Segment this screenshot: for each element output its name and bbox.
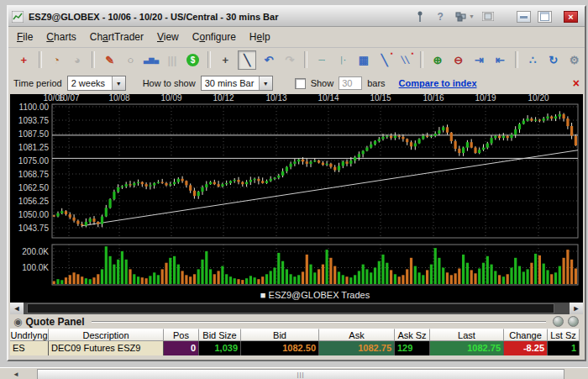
refresh-icon[interactable]: ↻ [544, 51, 562, 69]
time-period-label: Time period [13, 78, 62, 88]
parallel-lines-icon[interactable]: ╲╲▪ [396, 51, 414, 69]
indicator-panel-icon[interactable]: ▦ [354, 51, 372, 69]
bars-count-input[interactable]: 30 [339, 76, 362, 90]
trend-line-tool-icon[interactable]: ╲ [238, 50, 257, 70]
zoom-out-icon[interactable]: ⊖ [449, 51, 467, 69]
quote-cell-pos[interactable]: 0 [164, 341, 199, 355]
scroll-to-start-icon[interactable]: ⇤ [491, 51, 509, 69]
menu-view[interactable]: View [157, 31, 179, 43]
panel-window-icon[interactable] [481, 10, 495, 24]
menu-help[interactable]: Help [249, 31, 270, 43]
toolbar-separator [39, 51, 42, 68]
zoom-in-icon[interactable]: ⊕ [429, 51, 447, 69]
app-scrollbar-thumb[interactable]: ||| [37, 369, 564, 379]
quote-cell-lst-sz[interactable]: 1 [548, 341, 580, 355]
undo-icon[interactable]: ↶ [260, 51, 277, 69]
svg-text:10/08: 10/08 [108, 94, 129, 103]
redo-icon: ↷ [281, 51, 298, 69]
vertical-line-icon[interactable]: │· [334, 51, 352, 69]
menu-charts[interactable]: Charts [46, 31, 76, 43]
quote-cell-ask[interactable]: 1082.75 [319, 341, 395, 355]
dollar-icon[interactable]: $ [184, 51, 202, 69]
app-horizontal-scrollbar[interactable]: ◄ ||| [0, 367, 588, 379]
toolbar-separator [304, 51, 307, 68]
title-bar[interactable]: ESZ9@GLOBEX - 10/06 - 10/20 - US/Central… [8, 7, 585, 27]
quote-cell-last[interactable]: 1082.75 [430, 341, 504, 355]
move-chart-icon[interactable]: + [15, 51, 33, 69]
quote-panel-settings-icon[interactable] [568, 316, 579, 327]
svg-text:1087.50: 1087.50 [18, 129, 50, 139]
scroll-left-arrow-icon[interactable]: ◄ [10, 369, 22, 379]
help-icon[interactable]: ? [433, 10, 447, 24]
column-header-pos: Pos [164, 329, 199, 341]
column-header-change: Change [504, 329, 548, 341]
quote-cell-change[interactable]: -8.25 [504, 341, 548, 355]
quote-cell-bid-size[interactable]: 1,039 [199, 341, 241, 355]
menu-configure[interactable]: Configure [192, 31, 236, 43]
quote-table: UndrlyngDescriptionPosBid SizeBidAskAsk … [10, 329, 581, 355]
menu-charttrader[interactable]: ChartTrader [90, 31, 144, 43]
time-scale-icon[interactable]: ◔ [48, 51, 66, 69]
crosshair-icon[interactable]: + [217, 51, 234, 69]
quote-cell-ask-sz[interactable]: 129 [395, 341, 430, 355]
quote-table-header-row: UndrlyngDescriptionPosBid SizeBidAskAsk … [10, 329, 581, 341]
chevron-down-icon: ▼ [259, 76, 272, 90]
chevron-down-icon[interactable]: ▼ [469, 13, 475, 19]
settings-wrench-icon[interactable]: ⚙ [565, 51, 583, 69]
svg-text:1075.00: 1075.00 [18, 156, 50, 166]
svg-text:10/20: 10/20 [528, 94, 549, 103]
quote-panel-header: ◉ Quote Panel [10, 314, 583, 329]
chart-scrollbar[interactable]: ◄ ► [10, 303, 583, 314]
scroll-left-arrow-icon[interactable]: ◄ [10, 303, 24, 314]
svg-text:1081.25: 1081.25 [18, 143, 50, 152]
column-header-ask: Ask [319, 329, 395, 341]
appearance-spheres-icon[interactable]: ∴ [524, 51, 542, 69]
how-to-show-select[interactable]: 30 mins Bar▼ [201, 76, 273, 91]
quote-cell-bid[interactable]: 1082.50 [241, 341, 319, 355]
quote-cell-description[interactable]: DEC09 Futures ESZ9 [49, 341, 164, 355]
minimize-button[interactable] [517, 11, 531, 23]
svg-text:1062.50: 1062.50 [18, 183, 50, 192]
svg-text:1043.75: 1043.75 [18, 224, 50, 233]
toolbar-separator [92, 51, 95, 68]
show-label: Show [311, 78, 334, 88]
svg-text:■ ESZ9@GLOBEX Trades: ■ ESZ9@GLOBEX Trades [260, 290, 370, 300]
compare-to-index-link[interactable]: Compare to index [399, 78, 477, 88]
svg-text:1050.00: 1050.00 [18, 210, 50, 219]
chart-scrollbar-thumb[interactable] [27, 303, 554, 313]
ellipse-tool-icon[interactable]: ○ [122, 51, 139, 69]
menu-file[interactable]: File [17, 31, 33, 43]
toolbar: +◔◕✎○▃▆▄|||$+╲↶↷─·│·▦╲▪╲╲▪⊕⊖⇥⇤∴↻⚙ [8, 47, 585, 72]
svg-text:1093.75: 1093.75 [18, 116, 50, 125]
maximize-button[interactable] [538, 11, 552, 23]
quote-cell-undrlyng[interactable]: ES [10, 341, 49, 355]
trendline-draw-icon[interactable]: ╲▪ [375, 51, 393, 69]
session-clock-icon: ◕ [68, 51, 86, 69]
svg-text:1100.00: 1100.00 [19, 103, 50, 112]
scroll-right-arrow-icon[interactable]: ► [570, 303, 583, 314]
horizontal-line-icon[interactable]: ─· [313, 51, 331, 69]
how-to-show-label: How to show [143, 78, 196, 88]
divider [92, 321, 547, 323]
bar-style-icon[interactable]: ▃▆▄ [143, 51, 160, 69]
pin-icon[interactable] [413, 10, 427, 24]
time-period-select[interactable]: 2 weeks▼ [67, 76, 126, 91]
quote-panel-globe-icon[interactable] [553, 316, 564, 327]
svg-text:10/15: 10/15 [370, 94, 391, 103]
svg-text:200.0K: 200.0K [22, 247, 49, 256]
toolbar-separator [207, 51, 211, 68]
collapse-toggle-icon[interactable]: ◉ [13, 316, 22, 328]
price-chart[interactable]: 1100.001093.751087.501081.251075.001068.… [10, 94, 583, 303]
svg-text:10/09: 10/09 [160, 94, 181, 103]
close-button[interactable]: × [564, 11, 578, 23]
show-bars-checkbox[interactable] [295, 78, 306, 89]
toolbar-separator [515, 51, 518, 68]
scroll-to-end-icon[interactable]: ⇥ [470, 51, 488, 69]
svg-text:1056.25: 1056.25 [18, 197, 50, 206]
close-chart-x-icon[interactable]: × [573, 76, 580, 90]
chart-scrollbar-track[interactable] [24, 303, 570, 314]
svg-text:10/14: 10/14 [318, 94, 339, 103]
draw-pencil-icon[interactable]: ✎ [101, 51, 118, 69]
bars-label: bars [367, 78, 385, 88]
blocks-menu-icon[interactable] [454, 10, 467, 24]
